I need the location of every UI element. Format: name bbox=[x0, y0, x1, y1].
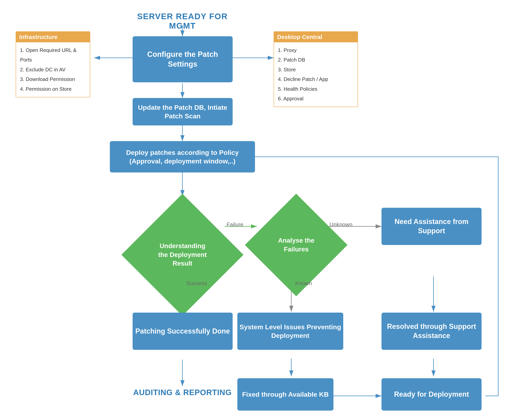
deploy-box: Deploy patches according to Policy (Appr… bbox=[110, 141, 255, 172]
understanding-diamond-container: Understanding the Deployment Result bbox=[122, 194, 243, 315]
auditing-reporting-title: AUDITING & REPORTING bbox=[131, 388, 233, 397]
failure-label: Failure bbox=[227, 221, 243, 228]
update-box: Update the Patch DB, Intiate Patch Scan bbox=[133, 98, 233, 125]
understanding-diamond: Understanding the Deployment Result bbox=[121, 194, 243, 316]
infrastructure-body: 1. Open Required URL & Ports2. Exclude D… bbox=[16, 42, 90, 97]
server-ready-title: SERVER READY FOR MGMT bbox=[133, 12, 231, 30]
understanding-text: Understanding the Deployment Result bbox=[155, 240, 210, 270]
desktop-central-header: Desktop Central bbox=[274, 32, 358, 42]
need-assistance-box: Need Assistance from Support bbox=[381, 208, 482, 245]
diagram-container: SERVER READY FOR MGMT Infrastructure 1. … bbox=[0, 0, 509, 420]
unknown-label: Unknown bbox=[330, 221, 353, 228]
desktop-central-body: 1. Proxy2. Patch DB3. Store4. Decline Pa… bbox=[274, 42, 358, 107]
infrastructure-header: Infrastructure bbox=[16, 32, 90, 42]
system-issues-box: System Level Issues Preventing Deploymen… bbox=[237, 313, 343, 350]
patching-done-box: Patching Successfully Done bbox=[133, 313, 233, 350]
infrastructure-box: Infrastructure 1. Open Required URL & Po… bbox=[16, 31, 90, 98]
fixed-kb-box: Fixed through Available KB bbox=[237, 378, 333, 411]
desktop-central-box: Desktop Central 1. Proxy2. Patch DB3. St… bbox=[274, 31, 358, 107]
resolved-box: Resolved through Support Assistance bbox=[381, 313, 482, 350]
analyse-text: Analyse the Failures bbox=[273, 234, 320, 255]
configure-box: Configure the Patch Settings bbox=[133, 36, 233, 82]
success-label: Success bbox=[186, 280, 207, 286]
known-label: Known bbox=[295, 280, 312, 286]
ready-box: Ready for Deployment bbox=[381, 378, 482, 411]
